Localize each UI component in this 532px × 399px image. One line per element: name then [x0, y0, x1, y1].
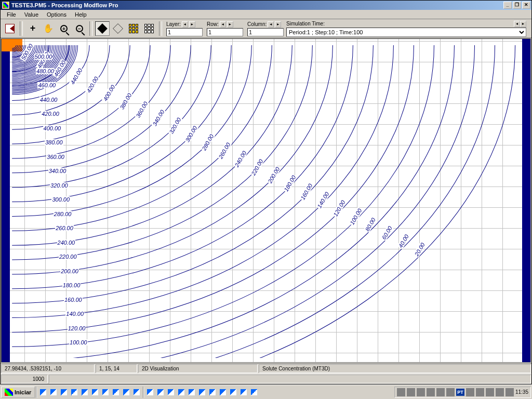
- col-down[interactable]: ◄: [268, 21, 274, 28]
- exit-icon: [5, 24, 15, 33]
- layer-field: Layer: ◄ ►: [166, 21, 203, 36]
- menubar: File Value Options Help: [1, 10, 531, 19]
- task-11[interactable]: [249, 388, 259, 397]
- quicklaunch-1[interactable]: [38, 388, 48, 397]
- titlebar: TESTE3.PM5 - Processing Modflow Pro _ ❐ …: [1, 1, 531, 10]
- quicklaunch-5[interactable]: [80, 388, 89, 397]
- windows-flag-icon: [5, 389, 13, 396]
- fill-cells-tool[interactable]: [95, 21, 110, 36]
- row-up[interactable]: ►: [227, 21, 233, 28]
- systray: PT 11:35: [394, 387, 531, 398]
- exit-button[interactable]: [3, 21, 17, 36]
- statusbar2: 1000: [1, 374, 531, 384]
- model-canvas[interactable]: 20.0040.0060.0080.00100.00100.00120.0012…: [1, 38, 531, 363]
- task-2[interactable]: [156, 388, 165, 397]
- language-indicator[interactable]: PT: [456, 389, 464, 396]
- zoom-out-tool[interactable]: [72, 21, 87, 36]
- start-label: Iniciar: [15, 389, 31, 395]
- quicklaunch-10[interactable]: [132, 388, 141, 397]
- statusbar: 27.98434, .5392151, -10 1, 15, 14 2D Vis…: [1, 363, 531, 374]
- tray-icon-2[interactable]: [407, 388, 415, 396]
- zoom-in-icon: [60, 25, 68, 32]
- app-window: TESTE3.PM5 - Processing Modflow Pro _ ❐ …: [0, 0, 532, 384]
- layer-label: Layer:: [166, 21, 181, 27]
- row-label: Row:: [207, 21, 219, 27]
- grid-white-tool[interactable]: [142, 21, 156, 36]
- task-7[interactable]: [208, 388, 217, 397]
- quicklaunch-9[interactable]: [122, 388, 131, 397]
- tray-icon-8[interactable]: [476, 388, 484, 396]
- menu-value[interactable]: Value: [20, 10, 43, 19]
- taskbar: Iniciar PT 11:35: [0, 384, 532, 399]
- row-field: Row: ◄ ►: [207, 21, 243, 36]
- menu-options[interactable]: Options: [43, 10, 71, 19]
- quicklaunch-8[interactable]: [111, 388, 121, 397]
- diamond-outline-icon: [113, 23, 123, 34]
- status-empty: [49, 375, 531, 383]
- tray-icon-11[interactable]: [506, 388, 514, 396]
- quicklaunch-2[interactable]: [49, 388, 58, 397]
- col-up[interactable]: ►: [275, 21, 281, 28]
- column-input[interactable]: [247, 28, 284, 36]
- start-button[interactable]: Iniciar: [1, 387, 35, 398]
- app-icon: [2, 1, 10, 9]
- zoom-in-tool[interactable]: [57, 21, 71, 36]
- hand-icon: ✋: [43, 23, 54, 33]
- tray-icon-10[interactable]: [496, 388, 504, 396]
- menu-help[interactable]: Help: [71, 10, 91, 19]
- close-button[interactable]: ✕: [522, 2, 530, 9]
- cursor-tool[interactable]: +: [25, 21, 40, 36]
- task-9[interactable]: [229, 388, 238, 397]
- task-3[interactable]: [166, 388, 176, 397]
- tray-icon-4[interactable]: [427, 388, 435, 396]
- row-down[interactable]: ◄: [220, 21, 226, 28]
- pan-tool[interactable]: ✋: [41, 21, 56, 36]
- tray-icon-7[interactable]: [466, 388, 474, 396]
- grid-yellow-tool[interactable]: [126, 21, 141, 36]
- layer-up[interactable]: ►: [189, 21, 195, 28]
- tray-icon-9[interactable]: [486, 388, 494, 396]
- restore-button[interactable]: ❐: [513, 2, 521, 9]
- task-6[interactable]: [197, 388, 207, 397]
- quicklaunch-7[interactable]: [101, 388, 110, 397]
- menu-file[interactable]: File: [3, 10, 20, 19]
- window-title: TESTE3.PM5 - Processing Modflow Pro: [11, 2, 118, 8]
- tray-icon-6[interactable]: [446, 388, 455, 396]
- status-mode: 2D Visualization: [138, 364, 258, 373]
- outline-cells-tool[interactable]: [111, 21, 125, 36]
- simtime-next[interactable]: ►: [520, 21, 526, 27]
- grid-white-icon: [144, 24, 154, 33]
- layer-down[interactable]: ◄: [182, 21, 188, 28]
- zoom-out-icon: [76, 25, 83, 32]
- tray-icon-5[interactable]: [436, 388, 445, 396]
- task-1[interactable]: [145, 388, 155, 397]
- quicklaunch-6[interactable]: [90, 388, 100, 397]
- clock: 11:35: [515, 389, 528, 395]
- quicklaunch-4[interactable]: [70, 388, 79, 397]
- crosshair-icon: +: [30, 23, 36, 34]
- task-8[interactable]: [218, 388, 228, 397]
- contour-plot: [2, 39, 530, 358]
- column-label: Column:: [247, 21, 267, 27]
- layer-input[interactable]: [166, 28, 203, 36]
- task-10[interactable]: [239, 388, 248, 397]
- task-4[interactable]: [177, 388, 186, 397]
- task-5[interactable]: [187, 388, 196, 397]
- quicklaunch-3[interactable]: [59, 388, 69, 397]
- grid-yellow-icon: [129, 24, 138, 33]
- status-coords: 27.98434, .5392151, -10: [1, 364, 95, 373]
- simtime-prev[interactable]: ◄: [514, 21, 520, 27]
- column-field: Column: ◄ ►: [247, 21, 284, 36]
- tray-icon-1[interactable]: [397, 388, 405, 396]
- row-input[interactable]: [207, 28, 243, 36]
- tray-icon-3[interactable]: [417, 388, 425, 396]
- status-dataset: Solute Concentration (MT3D): [259, 364, 531, 373]
- status-value: 1000: [1, 375, 48, 383]
- toolbar: + ✋ Layer: ◄ ► Row: ◄ ► Column: ◄ ►: [1, 19, 531, 38]
- status-cell: 1, 15, 14: [96, 364, 137, 373]
- simtime-field: Simulation Time: ◄ ► Period:1 ; Step:10 …: [286, 20, 526, 37]
- minimize-button[interactable]: _: [503, 2, 512, 9]
- diamond-fill-icon: [97, 23, 108, 34]
- simtime-label: Simulation Time:: [286, 21, 325, 26]
- simtime-select[interactable]: Period:1 ; Step:10 ; Time:100: [286, 28, 526, 37]
